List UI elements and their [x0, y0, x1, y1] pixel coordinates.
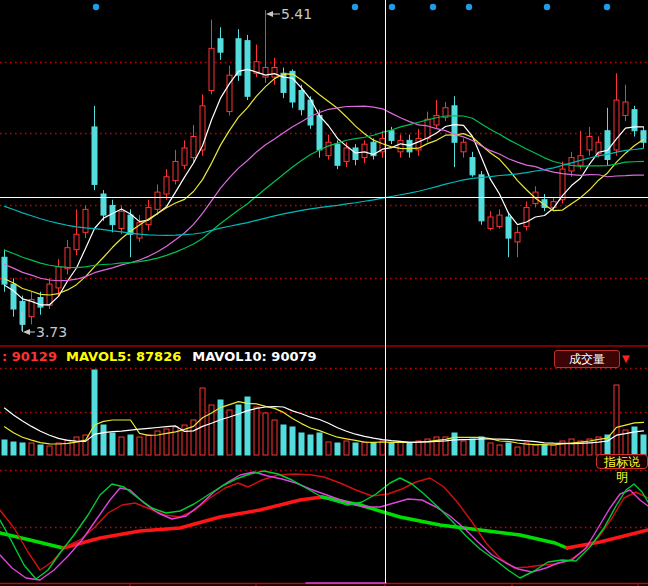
markers-layer: [93, 4, 610, 10]
event-marker-dot[interactable]: [604, 4, 610, 10]
chart-canvas[interactable]: 5.41 3.73: [0, 0, 648, 586]
mavol10-label: MAVOL10: 90079: [192, 349, 316, 364]
event-marker-dot[interactable]: [466, 4, 472, 10]
high-price-label: 5.41: [281, 6, 312, 22]
volume-header: : 90129MAVOL5: 87826MAVOL10: 90079: [2, 349, 317, 364]
high-price-callout: 5.41: [266, 6, 312, 22]
mavol5-label: MAVOL5: 87826: [66, 349, 181, 364]
dropdown-arrow-icon: ▼: [622, 354, 630, 364]
candlestick-layer: [2, 10, 646, 332]
event-marker-dot[interactable]: [544, 4, 550, 10]
stock-chart-window: 5.41 3.73 : 90129MAVOL5: 87826MAVOL10: 9…: [0, 0, 648, 586]
volume-current-value: : 90129: [2, 349, 57, 364]
crosshair-layer: [0, 0, 648, 583]
event-marker-dot[interactable]: [389, 4, 395, 10]
volume-panel-selector-label[interactable]: 成交量: [554, 350, 620, 368]
event-marker-dot[interactable]: [430, 4, 436, 10]
low-price-label: 3.73: [36, 324, 67, 340]
volume-layer: [2, 370, 646, 455]
event-marker-dot[interactable]: [352, 4, 358, 10]
indicator-help-button[interactable]: 指标说明: [596, 454, 648, 469]
event-marker-dot[interactable]: [93, 4, 99, 10]
volume-panel-selector[interactable]: 成交量 ▼: [554, 350, 630, 368]
